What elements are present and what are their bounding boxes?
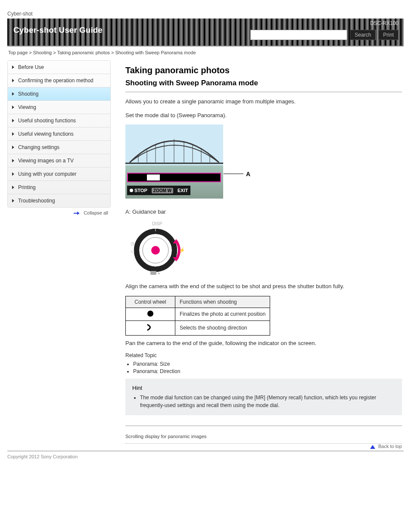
print-button[interactable]: Print xyxy=(378,30,399,40)
sidebar-item-useful-viewing[interactable]: Useful viewing functions xyxy=(8,128,110,141)
up-triangle-icon xyxy=(370,445,375,449)
sidebar-item-computer[interactable]: Using with your computer xyxy=(8,168,110,181)
main-content: Taking panoramic photos Shooting with Sw… xyxy=(125,60,404,449)
sidebar-item-before-use[interactable]: Before Use xyxy=(8,61,110,74)
svg-rect-20 xyxy=(150,271,156,275)
list-item[interactable]: Panorama: Size xyxy=(133,361,402,367)
copyright: Copyright 2012 Sony Corporation xyxy=(7,451,404,472)
right-press-icon xyxy=(146,324,154,331)
step-1-text: Set the mode dial to (Sweep Panorama). xyxy=(125,111,402,120)
svg-text:⚡: ⚡ xyxy=(179,247,185,253)
table-head-1: Control wheel xyxy=(126,296,175,308)
related-label: Related Topic xyxy=(125,352,402,358)
sidebar-item-confirming[interactable]: Confirming the operation method xyxy=(8,74,110,87)
search-button[interactable]: Search xyxy=(350,30,376,40)
sidebar-item-viewing[interactable]: Viewing xyxy=(8,101,110,114)
list-item[interactable]: Panorama: Direction xyxy=(133,368,402,374)
model-number: DSC-RX100 xyxy=(370,20,399,26)
sidebar: Before Use Confirming the operation meth… xyxy=(7,60,111,208)
hint-text: The mode dial function can be changed us… xyxy=(140,394,395,409)
sidebar-item-tv[interactable]: Viewing images on a TV xyxy=(8,154,110,168)
table-head-2: Functions when shooting xyxy=(175,296,270,308)
sidebar-item-shooting[interactable]: Shooting xyxy=(8,87,110,101)
section-heading: Taking panoramic photos xyxy=(125,65,402,75)
control-table: Control wheel Functions when shooting Fi… xyxy=(125,296,270,336)
svg-text:▭: ▭ xyxy=(131,249,134,254)
step-2-text: Align the camera with the end of the sub… xyxy=(125,282,402,291)
collapse-all-link[interactable]: Collapse all xyxy=(84,210,108,215)
sidebar-item-printing[interactable]: Printing xyxy=(8,181,110,194)
bridge-graphic-icon xyxy=(125,137,223,167)
collapse-arrow-icon xyxy=(74,210,81,214)
label-a: A xyxy=(246,171,250,177)
table-row: Finalizes the photo at current position xyxy=(126,308,270,320)
hint-title: Hint xyxy=(132,385,395,391)
center-button-icon xyxy=(147,311,153,317)
related-link[interactable]: Scrolling display for panoramic images xyxy=(125,434,206,439)
search-input[interactable] xyxy=(250,30,347,40)
guidance-bar-icon xyxy=(127,173,221,182)
svg-point-14 xyxy=(151,246,160,255)
step-3-text: Pan the camera to the end of the guide, … xyxy=(125,339,402,348)
table-row: Selects the shooting direction xyxy=(126,320,270,335)
caption-a: A: Guidance bar xyxy=(125,208,402,215)
disp-label-icon: DISP xyxy=(152,221,162,226)
sidebar-item-troubleshooting[interactable]: Troubleshooting xyxy=(8,194,110,207)
svg-text:◷: ◷ xyxy=(131,241,134,246)
header-banner: Cyber-shot User Guide DSC-RX100 Search P… xyxy=(7,19,404,47)
table-cell: Selects the shooting direction xyxy=(175,320,270,335)
product-line: Cyber-shot xyxy=(7,11,404,17)
sidebar-item-useful-shooting[interactable]: Useful shooting functions xyxy=(8,114,110,128)
control-wheel-figure: DISP ◷ ▭ ⚡ xyxy=(125,220,186,276)
back-to-top-link[interactable]: Back to top xyxy=(378,444,402,449)
sidebar-item-changing-settings[interactable]: Changing settings xyxy=(8,141,110,154)
camera-osd: STOP ZOOM W EXIT xyxy=(127,186,190,195)
topic-heading: Shooting with Sweep Panorama mode xyxy=(125,79,402,87)
hint-box: Hint The mode dial function can be chang… xyxy=(125,379,402,415)
page-title: Cyber-shot User Guide xyxy=(13,25,103,35)
intro-text: Allows you to create a single panoramic … xyxy=(125,97,402,106)
camera-preview-figure: STOP ZOOM W EXIT A xyxy=(125,124,250,200)
table-cell: Finalizes the photo at current position xyxy=(175,308,270,320)
breadcrumb: Top page > Shooting > Taking panoramic p… xyxy=(7,47,404,57)
svg-text:✦: ✦ xyxy=(157,271,161,276)
